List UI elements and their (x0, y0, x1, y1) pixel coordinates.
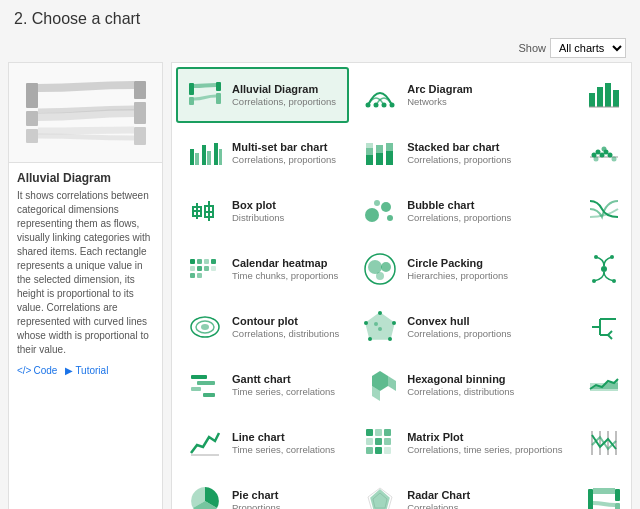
chart-item[interactable]: Convex hull Correlations, proportions (351, 299, 573, 355)
chart-item[interactable]: Bubble chart Correlations, proportions (351, 183, 573, 239)
chart-tags: Time chunks, proportions (232, 270, 339, 282)
chart-item[interactable]: Gantt chart Time series, correlations (176, 357, 349, 413)
chart-item[interactable]: Alluvial Diagram Correlations, proportio… (176, 67, 349, 123)
svg-rect-0 (26, 83, 38, 108)
chart-tags: Correlations, proportions (407, 328, 563, 340)
chart-item[interactable]: Hexagonal binning Correlations, distribu… (351, 357, 573, 413)
svg-point-66 (594, 255, 598, 259)
chart-item[interactable]: Circle Packing Hierarchies, proportions (351, 241, 573, 297)
svg-rect-8 (216, 82, 221, 91)
chart-item[interactable]: Multi-set bar chart Correlations, propor… (176, 125, 349, 181)
chart-text-block: Radar Chart Correlations (407, 488, 563, 509)
show-select[interactable]: All charts Favorites (550, 38, 626, 58)
sidebar-chart-desc: It shows correlations between categorica… (17, 189, 154, 357)
svg-rect-29 (376, 145, 383, 153)
svg-point-63 (381, 262, 391, 272)
chart-icon-circledend (585, 250, 623, 288)
chart-item[interactable]: Circular dendrogram Hierarchies, proport… (575, 241, 632, 297)
svg-point-72 (201, 324, 209, 330)
chart-tags: Networks (407, 96, 563, 108)
chart-item[interactable]: Horizon graph Time series, correlations (575, 357, 632, 413)
page-title: 2. Choose a chart (0, 0, 640, 34)
chart-item[interactable]: Radar Chart Correlations (351, 473, 573, 509)
svg-rect-100 (366, 438, 373, 445)
tutorial-link[interactable]: ▶ Tutorial (65, 365, 108, 376)
chart-text-block: Pie chart Proportions (232, 488, 339, 509)
chart-text-block: Calendar heatmap Time chunks, proportion… (232, 256, 339, 283)
chart-icon-hex (361, 366, 399, 404)
chart-name: Circle Packing (407, 256, 563, 270)
chart-item[interactable]: Matrix Plot Correlations, time series, p… (351, 415, 573, 471)
svg-rect-59 (190, 273, 195, 278)
svg-rect-28 (376, 153, 383, 165)
chart-icon-sankey (585, 482, 623, 509)
chart-tags: Time series, correlations, proportions (631, 212, 632, 224)
chart-icon-matrix (361, 424, 399, 462)
chart-name: Bubble chart (407, 198, 563, 212)
chart-icon-contour (186, 308, 224, 346)
show-label: Show (518, 42, 546, 54)
svg-rect-22 (207, 151, 211, 165)
svg-rect-113 (588, 489, 593, 509)
svg-point-49 (387, 215, 393, 221)
chart-tags: Networks (631, 502, 632, 509)
svg-rect-24 (219, 149, 222, 165)
chart-item[interactable]: Line chart Time series, correlations (176, 415, 349, 471)
chart-icon-circlepack (361, 250, 399, 288)
chart-item[interactable]: Linear dendrogram Hierarchies, proportio… (575, 299, 632, 355)
chart-text-block: Sankey Diagram Networks (631, 488, 632, 509)
chart-item[interactable]: Box plot Distributions (176, 183, 349, 239)
chart-grid-area: Alluvial Diagram Correlations, proportio… (171, 62, 632, 509)
chart-item[interactable]: Stacked bar chart Correlations, proporti… (351, 125, 573, 181)
svg-rect-90 (191, 387, 201, 391)
svg-rect-5 (134, 127, 146, 145)
chart-text-block: Line chart Time series, correlations (232, 430, 339, 457)
chart-item[interactable]: Calendar heatmap Time chunks, proportion… (176, 241, 349, 297)
svg-point-78 (364, 321, 368, 325)
svg-point-39 (594, 157, 599, 162)
chart-text-block: Bumpchart Time series, correlations, pro… (631, 198, 632, 225)
chart-item[interactable]: Beeswarm plot Distributions, time series… (575, 125, 632, 181)
chart-name: Arc Diagram (407, 82, 563, 96)
chart-item[interactable]: Parallel coordinates Correlations, distr… (575, 415, 632, 471)
chart-icon-boxplot (186, 192, 224, 230)
chart-item[interactable]: Sankey Diagram Networks (575, 473, 632, 509)
svg-rect-14 (589, 93, 595, 107)
chart-name: Sankey Diagram (631, 488, 632, 502)
chart-name: Convex hull (407, 314, 563, 328)
chart-item[interactable]: Bumpchart Time series, correlations, pro… (575, 183, 632, 239)
svg-rect-57 (204, 266, 209, 271)
chart-item[interactable]: Arc Diagram Networks (351, 67, 573, 123)
svg-point-50 (374, 200, 380, 206)
svg-point-68 (592, 279, 596, 283)
chart-tags: Correlations, distributions (631, 444, 632, 456)
svg-point-48 (381, 202, 391, 212)
svg-rect-1 (26, 111, 38, 126)
chart-name: Bar chart (631, 82, 632, 96)
svg-rect-98 (375, 429, 382, 436)
svg-point-64 (376, 272, 384, 280)
svg-rect-53 (204, 259, 209, 264)
svg-rect-7 (189, 97, 194, 105)
chart-text-block: Box plot Distributions (232, 198, 339, 225)
chart-text-block: Arc Diagram Networks (407, 82, 563, 109)
chart-item[interactable]: Bar chart Correlations (575, 67, 632, 123)
svg-rect-54 (211, 259, 216, 264)
svg-rect-16 (605, 83, 611, 107)
chart-tags: Correlations (631, 96, 632, 108)
chart-icon-parallel (585, 424, 623, 462)
svg-rect-55 (190, 266, 195, 271)
chart-icon-convex (361, 308, 399, 346)
chart-name: Alluvial Diagram (232, 82, 339, 96)
svg-marker-73 (366, 313, 394, 339)
chart-item[interactable]: Contour plot Correlations, distributions (176, 299, 349, 355)
chart-text-block: Parallel coordinates Correlations, distr… (631, 430, 632, 457)
chart-text-block: Convex hull Correlations, proportions (407, 314, 563, 341)
chart-item[interactable]: Pie chart Proportions (176, 473, 349, 509)
chart-name: Calendar heatmap (232, 256, 339, 270)
chart-icon-arc (361, 76, 399, 114)
code-link[interactable]: </> Code (17, 365, 57, 376)
svg-rect-88 (191, 375, 207, 379)
svg-rect-6 (189, 83, 194, 95)
chart-name: Stacked bar chart (407, 140, 563, 154)
